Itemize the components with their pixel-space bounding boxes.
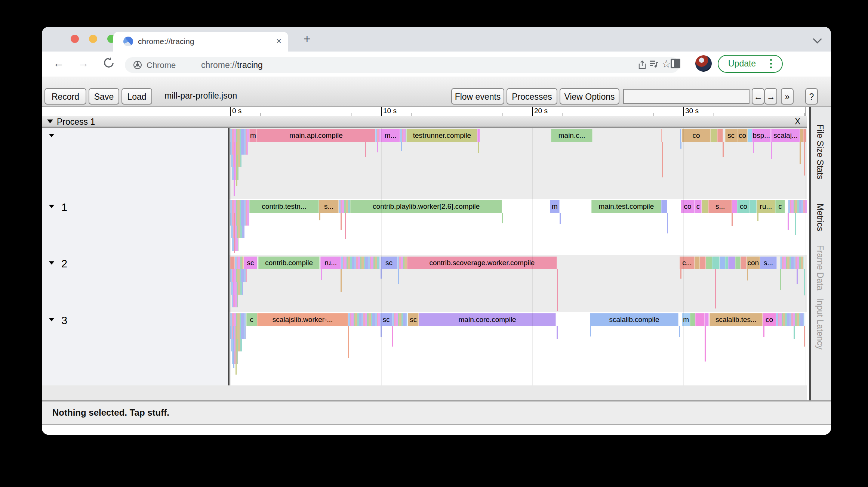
trace-subevent-line[interactable]	[679, 326, 680, 337]
trace-slice[interactable]: s...	[760, 257, 777, 269]
trace-slice[interactable]	[700, 257, 706, 269]
trace-slice[interactable]: co	[737, 129, 748, 142]
trace-subevent-line[interactable]	[705, 326, 706, 362]
url-text[interactable]: chrome://tracing	[201, 60, 263, 70]
trace-subevents[interactable]	[230, 269, 247, 282]
trace-subevent-line[interactable]	[771, 142, 772, 159]
browser-tab[interactable]: chrome://tracing ×	[113, 32, 288, 52]
view-options-button[interactable]: View Options	[560, 88, 619, 105]
trace-slice[interactable]	[230, 129, 249, 142]
share-icon[interactable]	[637, 60, 647, 70]
trace-slice[interactable]	[750, 200, 757, 213]
trace-subevent-line[interactable]	[557, 269, 558, 311]
trace-subevent-line[interactable]	[797, 269, 798, 284]
trace-slice[interactable]	[728, 257, 735, 269]
omnibox[interactable]: Chrome chrome://tracing ☆	[125, 57, 680, 73]
trace-subevent-line[interactable]	[341, 269, 342, 292]
trace-subevent-line[interactable]	[800, 142, 801, 164]
trace-subevents[interactable]	[232, 238, 238, 251]
trace-subevent-line[interactable]	[757, 213, 758, 221]
trace-subevent-line[interactable]	[804, 269, 805, 295]
trace-subevent-line[interactable]	[236, 142, 237, 186]
trace-slice[interactable]	[788, 200, 807, 213]
trace-subevent-line[interactable]	[398, 269, 399, 284]
process-header[interactable]: Process 1 X	[42, 116, 807, 128]
tab-input-latency[interactable]: Input Latency	[815, 298, 825, 350]
window-minimize-button[interactable]	[89, 35, 97, 43]
trace-slice[interactable]: main.test.compile	[591, 200, 661, 213]
trace-slice[interactable]	[720, 257, 725, 269]
trace-subevent-line[interactable]	[319, 213, 320, 220]
trace-subevent-line[interactable]	[348, 326, 349, 358]
trace-subevent-line[interactable]	[392, 326, 393, 347]
process-close-button[interactable]: X	[795, 117, 800, 127]
trace-subevent-line[interactable]	[780, 269, 781, 290]
trace-slice[interactable]: m	[249, 129, 257, 142]
trace-subevent-line[interactable]	[234, 142, 235, 196]
trace-slice[interactable]	[776, 313, 804, 326]
trace-slice[interactable]	[748, 129, 752, 142]
trace-slice[interactable]	[706, 257, 712, 269]
trace-slice[interactable]	[339, 200, 350, 213]
trace-slice[interactable]: co	[737, 200, 750, 213]
reload-icon[interactable]	[102, 56, 115, 69]
trace-slice[interactable]: sc	[244, 257, 257, 269]
trace-slice[interactable]	[711, 129, 717, 142]
trace-subevent-line[interactable]	[680, 142, 681, 149]
trace-slice[interactable]: scalajslib.worker-...	[257, 313, 348, 326]
trace-subevents[interactable]	[232, 295, 238, 307]
update-button[interactable]: Update	[718, 55, 783, 73]
trace-slice[interactable]	[695, 313, 705, 326]
trace-subevents[interactable]	[230, 213, 249, 226]
trace-slice[interactable]: c...	[680, 257, 695, 269]
trace-slice[interactable]	[690, 313, 695, 326]
pan-left-button[interactable]: ←	[752, 88, 764, 105]
trace-slice[interactable]	[392, 313, 407, 326]
trace-subevent-line[interactable]	[732, 213, 733, 226]
save-button[interactable]: Save	[89, 88, 119, 105]
trace-slice[interactable]: main.c...	[551, 129, 592, 142]
trace-slice[interactable]	[477, 129, 480, 142]
trace-slice[interactable]	[230, 313, 246, 326]
new-tab-button[interactable]: +	[304, 32, 311, 46]
trace-subevent-line[interactable]	[502, 213, 503, 223]
trace-subevents[interactable]	[231, 282, 243, 295]
trace-subevent-line[interactable]	[715, 269, 716, 308]
trace-subevent-line[interactable]	[321, 269, 322, 280]
track-collapse-arrow-icon[interactable]	[49, 261, 54, 265]
trace-slice[interactable]: co	[682, 129, 711, 142]
trace-search-input[interactable]	[623, 89, 750, 104]
trace-slice[interactable]: contrib.testn...	[249, 200, 319, 213]
trace-slice[interactable]: co	[763, 313, 776, 326]
trace-subevent-line[interactable]	[560, 213, 561, 224]
trace-subevent-line[interactable]	[794, 326, 795, 339]
trace-slice[interactable]: contrib.playlib.worker[2.6].compile	[350, 200, 502, 213]
trace-subevent-line[interactable]	[377, 142, 378, 152]
tab-frame-data[interactable]: Frame Data	[815, 245, 825, 290]
trace-slice[interactable]: co	[681, 200, 695, 213]
trace-subevent-line[interactable]	[795, 213, 796, 235]
chevron-down-icon[interactable]	[813, 34, 822, 43]
side-panel-icon[interactable]	[671, 59, 680, 68]
trace-subevent-line[interactable]	[341, 213, 342, 230]
trace-slice[interactable]	[235, 257, 244, 269]
trace-subevent-line[interactable]	[345, 213, 346, 239]
profile-avatar[interactable]	[695, 55, 712, 72]
trace-slice[interactable]	[230, 257, 235, 269]
trace-slice[interactable]: m...	[381, 129, 400, 142]
window-close-button[interactable]	[71, 35, 79, 43]
trace-slice[interactable]: c	[695, 200, 702, 213]
trace-subevent-line[interactable]	[788, 213, 789, 230]
media-controls-icon[interactable]	[648, 59, 659, 69]
trace-slice[interactable]: ru...	[320, 257, 341, 269]
tab-metrics[interactable]: Metrics	[815, 204, 825, 231]
trace-slice[interactable]	[712, 257, 720, 269]
trace-subevent-line[interactable]	[557, 326, 558, 339]
trace-subevent-line[interactable]	[478, 142, 479, 153]
trace-subevent-line[interactable]	[723, 142, 724, 157]
trace-slice[interactable]: s...	[708, 200, 732, 213]
trace-subevent-line[interactable]	[401, 142, 402, 151]
trace-subevent-line[interactable]	[804, 142, 805, 176]
trace-slice[interactable]: con	[747, 257, 760, 269]
trace-slice[interactable]: c	[246, 313, 257, 326]
